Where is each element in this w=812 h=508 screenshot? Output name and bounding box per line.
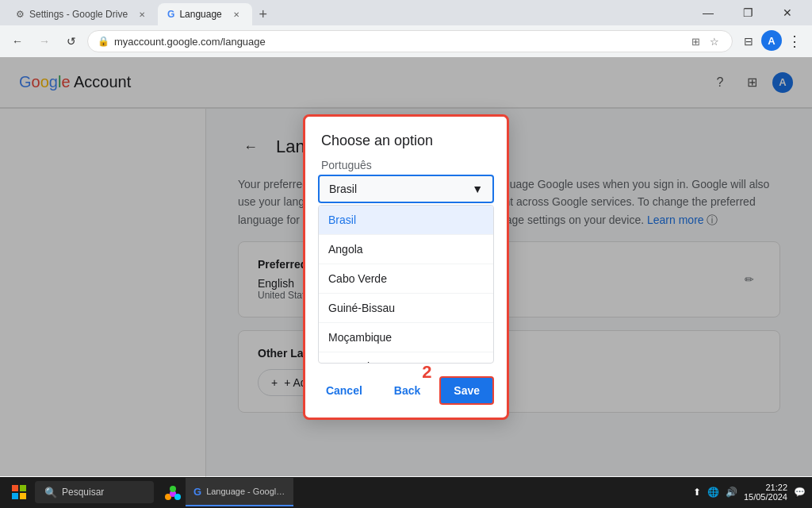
tab-language-icon: G (167, 9, 174, 20)
taskbar: 🔍 Pesquisar G Language - Google... ⬆ 🌐 🔊… (0, 476, 812, 508)
more-options-icon[interactable]: ⋮ (783, 30, 806, 52)
taskbar-right: ⬆ 🌐 🔊 21:22 15/05/2024 💬 (693, 483, 806, 502)
tab-settings-close[interactable]: ✕ (136, 8, 148, 21)
dropdown-arrow-icon: ▼ (472, 183, 483, 195)
windows-icon (12, 485, 26, 499)
taskbar-search-text: Pesquisar (62, 487, 104, 498)
minimize-button[interactable]: — (690, 0, 726, 25)
taskbar-app-language[interactable]: G Language - Google... (186, 478, 293, 506)
svg-point-6 (174, 494, 181, 500)
svg-rect-2 (12, 493, 18, 499)
bookmark-icon[interactable]: ☆ (707, 33, 722, 49)
svg-rect-1 (20, 485, 26, 491)
addressbar: ← → ↺ 🔒 myaccount.google.com/language ⊞ … (0, 25, 812, 57)
tab-language[interactable]: G Language ✕ (158, 3, 252, 25)
country-list-item[interactable]: Guiné-Bissau (319, 294, 493, 323)
selected-country-dropdown[interactable]: Brasil ▼ (318, 175, 494, 203)
selected-country-text: Brasil (329, 183, 357, 195)
country-list-item[interactable]: Cabo Verde (319, 264, 493, 294)
country-list-item[interactable]: Moçambique (319, 323, 493, 352)
dropdown-container: Português Brasil ▼ BrasilAngolaCabo Verd… (305, 159, 507, 370)
country-list-item[interactable]: Angola (319, 235, 493, 264)
svg-rect-0 (12, 485, 18, 491)
country-list[interactable]: BrasilAngolaCabo VerdeGuiné-BissauMoçamb… (318, 205, 494, 364)
address-icons: ⊞ ☆ (688, 33, 722, 49)
reload-button[interactable]: ↺ (60, 30, 82, 52)
back-button-modal[interactable]: Back (381, 378, 433, 403)
taskbar-apps: G Language - Google... (163, 478, 690, 506)
extensions-icon[interactable]: ⊟ (737, 30, 760, 52)
tab-settings-icon: ⚙ (16, 9, 25, 20)
taskbar-app-icon: G (193, 486, 201, 498)
start-button[interactable] (6, 479, 32, 505)
svg-point-7 (170, 486, 176, 492)
window-controls: — ❐ ✕ (690, 0, 806, 25)
country-list-item[interactable]: Brasil (319, 206, 493, 235)
date-value: 15/05/2024 (744, 492, 787, 502)
search-icon: 🔍 (44, 487, 57, 498)
colorful-icon[interactable] (163, 483, 182, 502)
network-icon[interactable]: 🌐 (707, 487, 719, 498)
maximize-button[interactable]: ❐ (730, 0, 766, 25)
page-area: Google Account ? ⊞ A ← Language Your pre… (0, 57, 812, 476)
forward-button[interactable]: → (33, 30, 56, 52)
lock-icon: 🔒 (98, 36, 109, 47)
new-tab-button[interactable]: + (252, 3, 274, 25)
volume-icon[interactable]: 🔊 (726, 487, 737, 498)
time-value: 21:22 (765, 483, 787, 492)
save-button[interactable]: Save (439, 376, 494, 405)
language-name: Português (318, 159, 494, 171)
translate-icon[interactable]: ⊞ (688, 33, 703, 49)
address-box[interactable]: 🔒 myaccount.google.com/language ⊞ ☆ (87, 30, 733, 52)
tabs-container: ⚙ Settings - Google Drive ✕ G Language ✕… (6, 0, 687, 25)
modal-title: Choose an option (305, 117, 507, 159)
url-text: myaccount.google.com/language (114, 36, 683, 48)
tab-settings-label: Settings - Google Drive (29, 9, 128, 20)
cancel-button[interactable]: Cancel (313, 378, 375, 403)
profile-avatar[interactable]: A (761, 30, 782, 51)
titlebar: ⚙ Settings - Google Drive ✕ G Language ✕… (0, 0, 812, 25)
taskbar-clock[interactable]: 21:22 15/05/2024 (744, 483, 787, 502)
modal-overlay: 1 Choose an option Português Brasil ▼ Br… (0, 57, 812, 476)
toolbar-icons: ⊟ A ⋮ (737, 30, 806, 52)
tab-settings[interactable]: ⚙ Settings - Google Drive ✕ (6, 3, 158, 25)
taskbar-search[interactable]: 🔍 Pesquisar (35, 481, 154, 503)
notifications-icon[interactable]: ⬆ (693, 487, 701, 498)
back-button[interactable]: ← (6, 30, 29, 52)
svg-rect-3 (20, 493, 26, 499)
hand-icon (163, 483, 182, 502)
close-button[interactable]: ✕ (769, 0, 806, 25)
tab-language-close[interactable]: ✕ (230, 8, 243, 21)
taskbar-app-label: Language - Google... (206, 487, 285, 496)
tab-language-label: Language (179, 9, 221, 20)
country-list-item[interactable]: Portugal (319, 352, 493, 364)
choose-option-modal: 1 Choose an option Português Brasil ▼ Br… (303, 114, 509, 420)
modal-actions: Cancel Back 2 Save (305, 370, 507, 418)
notifications-bell-icon[interactable]: 💬 (794, 487, 806, 498)
